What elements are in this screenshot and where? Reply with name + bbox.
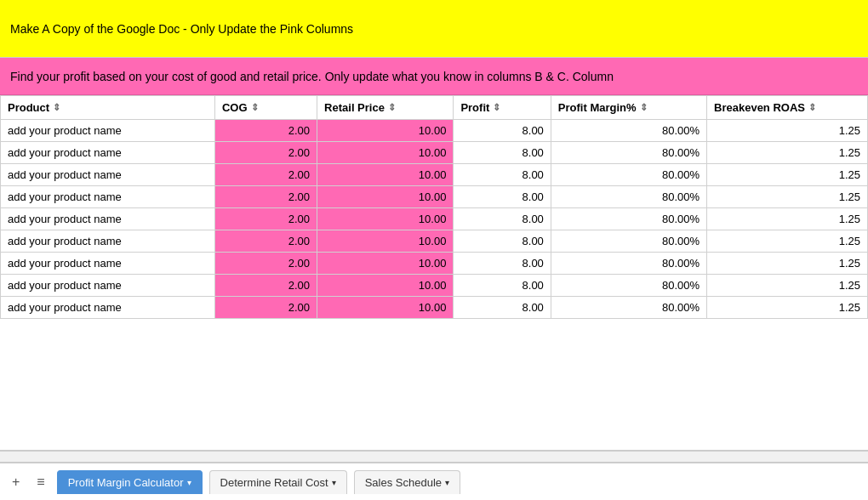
cell-margin-6: 80.00% bbox=[551, 253, 706, 275]
cell-margin-4: 80.00% bbox=[551, 208, 706, 230]
cell-product-2[interactable]: add your product name bbox=[1, 164, 215, 186]
table-row: add your product name2.0010.008.0080.00%… bbox=[1, 208, 868, 230]
tab-profit-margin-label: Profit Margin Calculator bbox=[68, 476, 184, 489]
cell-profit-5: 8.00 bbox=[454, 230, 551, 253]
cell-roas-7: 1.25 bbox=[707, 275, 868, 297]
tab-profit-margin-dropdown-arrow[interactable]: ▾ bbox=[187, 478, 191, 487]
col-header-profit[interactable]: Profit ⇕ bbox=[454, 96, 551, 120]
tab-sales-schedule-label: Sales Schedule bbox=[365, 476, 442, 489]
tab-determine-retail-label: Determine Retail Cost bbox=[220, 476, 328, 489]
cell-profit-2: 8.00 bbox=[454, 164, 551, 186]
col-profit-label: Profit bbox=[460, 101, 489, 114]
tab-determine-retail-dropdown-arrow[interactable]: ▾ bbox=[332, 478, 336, 487]
tab-sales-schedule[interactable]: Sales Schedule ▾ bbox=[354, 470, 460, 494]
cell-product-8[interactable]: add your product name bbox=[1, 297, 215, 319]
cell-profit-6: 8.00 bbox=[454, 253, 551, 275]
cell-profit-1: 8.00 bbox=[454, 142, 551, 164]
cell-roas-3: 1.25 bbox=[707, 186, 868, 208]
cell-retail-6[interactable]: 10.00 bbox=[317, 253, 454, 275]
filter-icon-retail[interactable]: ⇕ bbox=[388, 102, 396, 113]
tab-determine-retail-cost[interactable]: Determine Retail Cost ▾ bbox=[209, 470, 347, 494]
horizontal-scrollbar[interactable] bbox=[0, 451, 868, 463]
col-header-product[interactable]: Product ⇕ bbox=[1, 96, 215, 120]
cell-profit-4: 8.00 bbox=[454, 208, 551, 230]
cell-roas-1: 1.25 bbox=[707, 142, 868, 164]
cell-margin-1: 80.00% bbox=[551, 142, 706, 164]
col-retail-label: Retail Price bbox=[324, 101, 385, 114]
cell-product-4[interactable]: add your product name bbox=[1, 208, 215, 230]
cell-margin-7: 80.00% bbox=[551, 275, 706, 297]
cell-cog-5[interactable]: 2.00 bbox=[214, 230, 317, 253]
table-row: add your product name2.0010.008.0080.00%… bbox=[1, 230, 868, 253]
cell-roas-2: 1.25 bbox=[707, 164, 868, 186]
col-product-label: Product bbox=[8, 101, 49, 114]
filter-icon-product[interactable]: ⇕ bbox=[53, 102, 60, 113]
cell-margin-0: 80.00% bbox=[551, 120, 706, 142]
cell-retail-7[interactable]: 10.00 bbox=[317, 275, 454, 297]
table-row: add your product name2.0010.008.0080.00%… bbox=[1, 120, 868, 142]
cell-roas-4: 1.25 bbox=[707, 208, 868, 230]
pink-banner-text: Find your profit based on your cost of g… bbox=[10, 70, 614, 83]
cell-product-0[interactable]: add your product name bbox=[1, 120, 215, 142]
cell-cog-6[interactable]: 2.00 bbox=[214, 253, 317, 275]
cell-cog-4[interactable]: 2.00 bbox=[214, 208, 317, 230]
cell-roas-8: 1.25 bbox=[707, 297, 868, 319]
table-header-row: Product ⇕ COG ⇕ Retail Price ⇕ bbox=[1, 96, 868, 120]
table-row: add your product name2.0010.008.0080.00%… bbox=[1, 142, 868, 164]
cell-product-7[interactable]: add your product name bbox=[1, 275, 215, 297]
col-margin-label: Profit Margin% bbox=[558, 101, 637, 114]
tab-sales-schedule-dropdown-arrow[interactable]: ▾ bbox=[445, 478, 449, 487]
tab-bar: + ≡ Profit Margin Calculator ▾ Determine… bbox=[0, 463, 868, 500]
cell-cog-1[interactable]: 2.00 bbox=[214, 142, 317, 164]
cell-profit-7: 8.00 bbox=[454, 275, 551, 297]
col-header-retail[interactable]: Retail Price ⇕ bbox=[317, 96, 454, 120]
filter-icon-cog[interactable]: ⇕ bbox=[251, 102, 259, 113]
cell-product-5[interactable]: add your product name bbox=[1, 230, 215, 253]
cell-profit-3: 8.00 bbox=[454, 186, 551, 208]
filter-icon-profit[interactable]: ⇕ bbox=[493, 102, 500, 113]
table-row: add your product name2.0010.008.0080.00%… bbox=[1, 164, 868, 186]
cell-cog-3[interactable]: 2.00 bbox=[214, 186, 317, 208]
cell-cog-8[interactable]: 2.00 bbox=[214, 297, 317, 319]
cell-roas-0: 1.25 bbox=[707, 120, 868, 142]
cell-margin-8: 80.00% bbox=[551, 297, 706, 319]
col-header-cog[interactable]: COG ⇕ bbox=[214, 96, 317, 120]
spreadsheet-table: Product ⇕ COG ⇕ Retail Price ⇕ bbox=[0, 95, 868, 319]
cell-retail-4[interactable]: 10.00 bbox=[317, 208, 454, 230]
col-header-margin[interactable]: Profit Margin% ⇕ bbox=[551, 96, 706, 120]
cell-retail-8[interactable]: 10.00 bbox=[317, 297, 454, 319]
yellow-banner-text: Make A Copy of the Google Doc - Only Upd… bbox=[10, 22, 353, 36]
table-row: add your product name2.0010.008.0080.00%… bbox=[1, 297, 868, 319]
cell-margin-5: 80.00% bbox=[551, 230, 706, 253]
table-row: add your product name2.0010.008.0080.00%… bbox=[1, 186, 868, 208]
cell-roas-5: 1.25 bbox=[707, 230, 868, 253]
tab-profit-margin-calculator[interactable]: Profit Margin Calculator ▾ bbox=[57, 470, 203, 494]
cell-retail-1[interactable]: 10.00 bbox=[317, 142, 454, 164]
yellow-banner: Make A Copy of the Google Doc - Only Upd… bbox=[0, 0, 868, 58]
filter-icon-margin[interactable]: ⇕ bbox=[640, 102, 648, 113]
cell-cog-0[interactable]: 2.00 bbox=[214, 120, 317, 142]
add-sheet-button[interactable]: + bbox=[7, 471, 25, 493]
cell-product-3[interactable]: add your product name bbox=[1, 186, 215, 208]
filter-icon-roas[interactable]: ⇕ bbox=[808, 102, 816, 113]
cell-profit-0: 8.00 bbox=[454, 120, 551, 142]
cell-product-6[interactable]: add your product name bbox=[1, 253, 215, 275]
cell-cog-7[interactable]: 2.00 bbox=[214, 275, 317, 297]
sheet-menu-button[interactable]: ≡ bbox=[31, 471, 49, 493]
table-row: add your product name2.0010.008.0080.00%… bbox=[1, 253, 868, 275]
cell-retail-2[interactable]: 10.00 bbox=[317, 164, 454, 186]
cell-margin-3: 80.00% bbox=[551, 186, 706, 208]
cell-cog-2[interactable]: 2.00 bbox=[214, 164, 317, 186]
col-cog-label: COG bbox=[222, 101, 248, 114]
cell-product-1[interactable]: add your product name bbox=[1, 142, 215, 164]
cell-roas-6: 1.25 bbox=[707, 253, 868, 275]
cell-retail-3[interactable]: 10.00 bbox=[317, 186, 454, 208]
table-row: add your product name2.0010.008.0080.00%… bbox=[1, 275, 868, 297]
spreadsheet-table-container: Product ⇕ COG ⇕ Retail Price ⇕ bbox=[0, 95, 868, 451]
cell-retail-5[interactable]: 10.00 bbox=[317, 230, 454, 253]
col-roas-label: Breakeven ROAS bbox=[714, 101, 805, 114]
cell-margin-2: 80.00% bbox=[551, 164, 706, 186]
col-header-roas[interactable]: Breakeven ROAS ⇕ bbox=[707, 96, 868, 120]
cell-profit-8: 8.00 bbox=[454, 297, 551, 319]
cell-retail-0[interactable]: 10.00 bbox=[317, 120, 454, 142]
